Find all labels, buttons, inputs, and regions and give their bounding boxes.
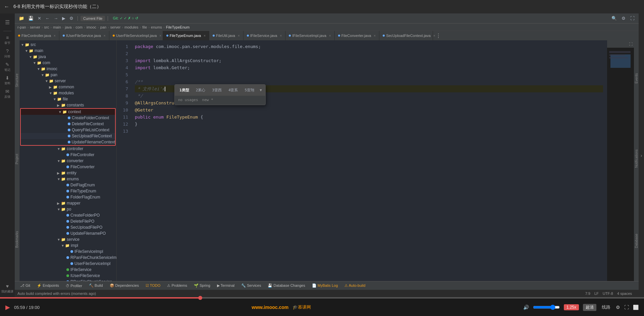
tree-item-fileconverter[interactable]: FileConverter	[19, 164, 116, 170]
breadcrumb-java[interactable]: java	[65, 25, 71, 29]
tree-item-rpanfilechunkserviceimpl[interactable]: RPanFileChunkServiceImpl	[19, 255, 116, 261]
autocomplete-item-4[interactable]: 4雷系	[227, 86, 239, 94]
tree-item-src[interactable]: ▼ 📁 src	[19, 42, 116, 48]
video-progress-bar[interactable]	[0, 297, 644, 299]
breadcrumb-main[interactable]: main	[53, 25, 61, 29]
volume-slider[interactable]	[533, 305, 560, 310]
tree-item-com[interactable]: ▼ 📁 com	[19, 60, 116, 66]
subtitle-button[interactable]: 线路	[600, 304, 612, 310]
tree-item-queryfilelistcontext[interactable]: QueryFileListContext	[21, 127, 115, 133]
volume-icon[interactable]: 🔊	[523, 305, 529, 310]
tab-close-icon[interactable]: ×	[374, 34, 376, 38]
tree-item-createfolderpo[interactable]: CreateFolderPO	[19, 212, 116, 218]
tree-item-pan[interactable]: ▼ 📁 pan	[19, 72, 116, 78]
bottom-tab-spring[interactable]: 🌱 Spring	[191, 283, 213, 288]
breadcrumb-r-pan[interactable]: r-pan	[17, 25, 26, 29]
minimap-scroll-area[interactable]	[607, 48, 634, 281]
tree-item-iuserfileservice[interactable]: IUserFileService	[19, 273, 116, 279]
tree-item-filecontroller[interactable]: FileController	[19, 152, 116, 158]
tab-close-icon[interactable]: ×	[280, 34, 282, 38]
tab-close-icon[interactable]: ×	[238, 34, 240, 38]
sidebar-menu-icon[interactable]: ☰	[1, 16, 13, 28]
tab-close-icon[interactable]: ×	[104, 34, 106, 38]
sidebar-qa[interactable]: ? 问答	[1, 47, 13, 59]
tree-item-common[interactable]: ▶ 📁 common	[19, 84, 116, 90]
tree-item-constants[interactable]: ▶ 📁 constants	[19, 102, 116, 108]
bottom-tab-services[interactable]: 🔧 Services	[238, 283, 264, 288]
bottom-tab-database-changes[interactable]: 💾 Database Changes	[265, 283, 308, 288]
autocomplete-popup[interactable]: 1类型 2累心 3雷西 4雷系 5雷翔 ▼ no usages new *	[174, 84, 266, 105]
bottom-tab-problems[interactable]: ⚠ Problems	[164, 283, 190, 288]
playback-speed-button[interactable]: 1.25x	[564, 304, 579, 310]
bottom-tab-auto-build[interactable]: ⚠ Auto-build	[342, 283, 368, 288]
bottom-tab-endpoints[interactable]: ⚡ Endpoints	[34, 283, 62, 288]
toolbar-run-icon[interactable]: ▶	[61, 15, 67, 21]
tabs-more-button[interactable]: ⋮	[433, 31, 444, 40]
toolbar-back-icon[interactable]: ←	[44, 15, 51, 21]
tree-item-service[interactable]: ▼ 📁 service	[19, 236, 116, 242]
tree-item-java[interactable]: ▼ 📁 java	[19, 54, 116, 60]
tab-ifileservice[interactable]: IFileService.java ×	[244, 31, 286, 40]
tab-close-icon[interactable]: ×	[329, 34, 331, 38]
tab-iuserfileservice[interactable]: IUserFileService.java ×	[59, 31, 109, 40]
structure-panel-label[interactable]: Structure	[15, 71, 19, 90]
current-file-badge[interactable]: Current File	[80, 16, 105, 21]
tree-item-deletefilecontext[interactable]: DeleteFileContext	[21, 121, 115, 127]
tab-ifileserviceimpl[interactable]: IFileServiceImpl.java ×	[285, 31, 334, 40]
tree-item-context[interactable]: ▼ 📁 context	[21, 109, 115, 115]
tree-item-po[interactable]: ▼ 📁 po	[19, 206, 116, 212]
toolbar-forward-icon[interactable]: →	[52, 15, 59, 21]
tree-item-modules[interactable]: ▼ 📁 modules	[19, 90, 116, 96]
tree-item-ifileserviceimpl2[interactable]: IFileServiceImpl	[19, 249, 116, 255]
autocomplete-item-3[interactable]: 3雷西	[211, 86, 223, 94]
play-button[interactable]: ▶	[5, 304, 10, 311]
tree-item-deletefilepo[interactable]: DeleteFilePO	[19, 218, 116, 224]
expand-icon[interactable]: ⛶	[629, 15, 636, 21]
tab-filecontroller[interactable]: FileController.java ×	[15, 31, 59, 40]
toolbar-build-icon[interactable]: ⚙	[68, 15, 75, 21]
tree-item-updatefilernamepo[interactable]: UpdateFilenamePO	[19, 230, 116, 236]
tab-fileconverter[interactable]: FileConverter.java ×	[335, 31, 380, 40]
breadcrumb-imooc[interactable]: imooc	[87, 25, 96, 29]
tree-item-server[interactable]: ▼ 📁 server	[19, 78, 116, 84]
video-progress-thumb[interactable]	[198, 296, 202, 300]
code-editor[interactable]: package com.imooc.pan.server.modules.fil…	[131, 40, 607, 281]
events-label[interactable]: Events	[634, 71, 639, 86]
toolbar-close-icon[interactable]: ✕	[36, 15, 43, 21]
tree-item-userfileserviceimpl2[interactable]: UserFileServiceImpl	[19, 261, 116, 267]
toolbar-open-icon[interactable]: 📁	[17, 15, 25, 21]
breadcrumb-enums[interactable]: enums	[151, 25, 162, 29]
sidebar-feedback[interactable]: ✉ 反馈	[1, 88, 13, 100]
bottom-tab-dependencies[interactable]: 📦 Dependencies	[107, 283, 142, 288]
autocomplete-item-1[interactable]: 1类型	[178, 86, 191, 94]
breadcrumb-src[interactable]: src	[44, 25, 49, 29]
theater-icon[interactable]: ⬜	[633, 305, 639, 310]
tree-item-ifileservice[interactable]: IFileService	[19, 267, 116, 273]
tree-item-createfoldercontext[interactable]: CreateFolderContext	[21, 115, 115, 121]
tab-close-icon[interactable]: ×	[204, 34, 206, 38]
breadcrumb-file[interactable]: file	[142, 25, 147, 29]
right-collapse-button[interactable]: ›	[639, 13, 644, 297]
tree-item-imooc[interactable]: ▼ 📁 imooc	[19, 66, 116, 72]
breadcrumb-server[interactable]: server	[30, 25, 40, 29]
settings-icon[interactable]: ⚙	[620, 15, 627, 21]
notifications-label[interactable]: Notifications	[634, 147, 639, 170]
tree-item-secuploadfilecontext[interactable]: SecUploadFileContext	[21, 133, 115, 139]
tree-item-secuploadfilepo[interactable]: SecUploadFilePO	[19, 224, 116, 230]
autocomplete-item-2[interactable]: 2累心	[195, 86, 207, 94]
tree-item-impl[interactable]: ▼ 📁 impl	[19, 242, 116, 249]
bookmarks-panel-label[interactable]: Bookmarks	[15, 228, 19, 251]
bottom-tab-terminal[interactable]: ▶ Terminal	[214, 283, 237, 288]
tab-close-icon[interactable]: ×	[54, 34, 56, 38]
project-panel-label[interactable]: Project	[15, 151, 19, 167]
breadcrumb-server2[interactable]: server	[110, 25, 121, 29]
autocomplete-item-5[interactable]: 5雷翔	[244, 86, 256, 94]
tab-close-icon[interactable]: ×	[159, 34, 161, 38]
tree-item-filetypeenum[interactable]: FileTypeEnum	[19, 188, 116, 194]
bottom-tab-profiler[interactable]: ⏱ Profiler	[63, 283, 85, 288]
breadcrumb-pan[interactable]: pan	[100, 25, 106, 29]
tab-userfileserviceimpl[interactable]: UserFileServiceImpl.java ×	[109, 31, 163, 40]
tree-item-updatefilenamecontext[interactable]: UpdateFilenameContext	[21, 139, 115, 145]
tree-item-delflagenum[interactable]: DelFlagEnum	[19, 182, 116, 188]
tab-fileutil[interactable]: FileUtil.java ×	[209, 31, 244, 40]
